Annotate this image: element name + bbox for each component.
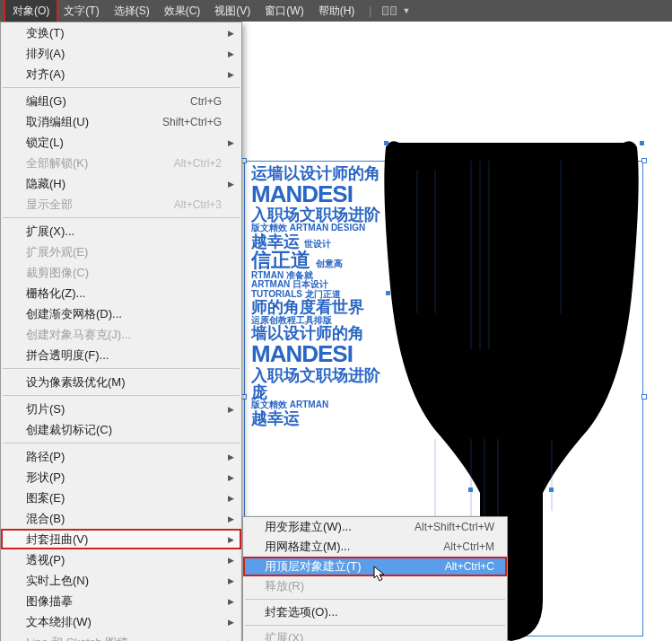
menu-item-label: 图案(E)	[26, 490, 65, 506]
submenu-item[interactable]: 用变形建立(W)...Alt+Shift+Ctrl+W	[243, 517, 507, 537]
menu-item[interactable]: 实时上色(N)	[1, 570, 241, 591]
menu-item[interactable]: 排列(A)	[1, 43, 241, 64]
submenu-item-label: 释放(R)	[265, 578, 304, 594]
menu-divider	[3, 443, 240, 443]
menu-item[interactable]: 创建渐变网格(D)...	[1, 303, 241, 324]
menu-item[interactable]: 扩展(X)...	[1, 221, 241, 241]
submenu-item-label: 用网格建立(M)...	[265, 539, 350, 555]
menu-shortcut: Alt+Shift+Ctrl+W	[415, 521, 494, 533]
menu-divider	[3, 87, 240, 88]
submenu-item[interactable]: 用顶层对象建立(T)Alt+Ctrl+C	[243, 557, 507, 576]
menu-item[interactable]: 图案(E)	[1, 487, 241, 508]
envelope-distort-submenu: 用变形建立(W)...Alt+Shift+Ctrl+W用网格建立(M)...Al…	[242, 516, 508, 641]
menu-item: Line 和 Sketch 图稿	[1, 632, 241, 641]
menu-item-label: 路径(P)	[26, 449, 65, 465]
menu-item-label: 隐藏(H)	[26, 176, 65, 192]
menu-type[interactable]: 文字(T)	[57, 0, 106, 22]
menu-item[interactable]: 创建裁切标记(C)	[1, 419, 241, 440]
menu-item: 扩展外观(E)	[1, 241, 241, 262]
menu-divider	[3, 217, 240, 218]
menu-item-label: 扩展外观(E)	[26, 244, 88, 260]
object-menu-dropdown: 变换(T)排列(A)对齐(A)编组(G)Ctrl+G取消编组(U)Shift+C…	[0, 22, 242, 641]
menu-item[interactable]: 图像描摹	[1, 591, 241, 611]
menu-shortcut: Alt+Ctrl+2	[174, 157, 222, 170]
menu-item[interactable]: 设为像素级优化(M)	[1, 372, 241, 392]
menu-item-label: 对齐(A)	[26, 66, 65, 83]
submenu-item-label: 用顶层对象建立(T)	[265, 558, 362, 575]
anchor-point[interactable]	[549, 487, 554, 492]
menu-item-label: 裁剪图像(C)	[26, 265, 89, 281]
menu-item[interactable]: 隐藏(H)	[1, 173, 241, 194]
menu-item-label: 栅格化(Z)...	[26, 285, 85, 302]
menu-item[interactable]: 锁定(L)	[1, 132, 241, 153]
submenu-item-label: 扩展(X)	[265, 630, 303, 641]
menu-item[interactable]: 对齐(A)	[1, 64, 241, 84]
selection-handle[interactable]	[641, 158, 647, 163]
selection-handle[interactable]	[641, 394, 647, 400]
menu-effect[interactable]: 效果(C)	[157, 0, 208, 22]
menu-item-label: 扩展(X)...	[26, 224, 74, 240]
menu-divider	[245, 625, 505, 626]
menu-item[interactable]: 变换(T)	[1, 22, 241, 43]
anchor-point[interactable]	[384, 141, 388, 145]
menu-shortcut: Alt+Ctrl+C	[445, 560, 494, 573]
menu-window[interactable]: 窗口(W)	[257, 0, 310, 22]
document-layout-icon[interactable]	[382, 6, 397, 15]
menu-item-label: 透视(P)	[26, 552, 65, 568]
menu-item-label: 设为像素级优化(M)	[26, 374, 126, 391]
menu-item[interactable]: 形状(P)	[1, 467, 241, 487]
menu-help[interactable]: 帮助(H)	[311, 0, 362, 22]
submenu-item-label: 封套选项(O)...	[265, 604, 338, 620]
menu-select[interactable]: 选择(S)	[107, 0, 157, 22]
menu-item[interactable]: 拼合透明度(F)...	[1, 345, 241, 365]
menu-item: 创建对象马赛克(J)...	[1, 324, 241, 345]
menu-item[interactable]: 透视(P)	[1, 549, 241, 570]
menu-item-label: 编组(G)	[26, 93, 66, 110]
menu-item-label: 排列(A)	[26, 46, 65, 62]
menu-item-label: 混合(B)	[26, 511, 65, 527]
menu-item-label: 创建裁切标记(C)	[26, 422, 112, 438]
menu-item-label: 图像描摹	[26, 593, 73, 610]
text-collage: 运墙以设计师的角 MANDESI 入职场文职场进阶 版文精效 ARTMAN DE…	[251, 165, 381, 427]
menu-item[interactable]: 编组(G)Ctrl+G	[1, 91, 241, 111]
menu-item: 显示全部Alt+Ctrl+3	[1, 194, 241, 215]
menu-item-label: 变换(T)	[26, 25, 65, 41]
menu-object[interactable]: 对象(O)	[5, 0, 57, 22]
menu-divider	[3, 395, 240, 396]
menu-shortcut: Shift+Ctrl+G	[162, 116, 222, 128]
anchor-point[interactable]	[386, 291, 390, 295]
menu-divider	[245, 599, 505, 600]
submenu-item[interactable]: 用网格建立(M)...Alt+Ctrl+M	[243, 537, 507, 557]
submenu-item[interactable]: 封套选项(O)...	[243, 602, 507, 622]
submenu-item-label: 用变形建立(W)...	[265, 519, 352, 535]
menu-item-label: 锁定(L)	[26, 135, 64, 151]
submenu-item: 释放(R)	[243, 576, 507, 596]
menu-view[interactable]: 视图(V)	[207, 0, 257, 22]
menu-item-label: 拼合透明度(F)...	[26, 347, 109, 364]
submenu-item: 扩展(X)	[243, 628, 507, 641]
anchor-point[interactable]	[640, 141, 644, 145]
menu-item[interactable]: 切片(S)	[1, 399, 241, 419]
menu-item: 裁剪图像(C)	[1, 262, 241, 283]
menu-item-label: Line 和 Sketch 图稿	[26, 635, 128, 642]
chevron-down-icon[interactable]: ▼	[402, 6, 410, 15]
menu-item[interactable]: 栅格化(Z)...	[1, 283, 241, 303]
menu-item-label: 封套扭曲(V)	[26, 531, 88, 548]
menu-item-label: 文本绕排(W)	[26, 614, 92, 630]
menu-item-label: 显示全部	[26, 197, 73, 213]
menu-item-label: 全部解锁(K)	[26, 155, 88, 171]
menu-item-label: 实时上色(N)	[26, 573, 89, 589]
menu-item[interactable]: 取消编组(U)Shift+Ctrl+G	[1, 111, 241, 132]
anchor-point[interactable]	[468, 487, 473, 492]
menu-item-label: 切片(S)	[26, 401, 65, 417]
menu-item[interactable]: 文本绕排(W)	[1, 611, 241, 632]
menu-item-label: 形状(P)	[26, 470, 65, 486]
menu-item[interactable]: 路径(P)	[1, 446, 241, 467]
menu-item[interactable]: 混合(B)	[1, 508, 241, 529]
menu-bar: 对象(O) 文字(T) 选择(S) 效果(C) 视图(V) 窗口(W) 帮助(H…	[0, 0, 672, 22]
menu-item[interactable]: 封套扭曲(V)	[1, 529, 241, 549]
menu-item-label: 创建渐变网格(D)...	[26, 306, 122, 322]
menu-divider	[3, 368, 240, 369]
menu-shortcut: Alt+Ctrl+3	[174, 198, 222, 211]
menu-separator: |	[369, 4, 371, 17]
